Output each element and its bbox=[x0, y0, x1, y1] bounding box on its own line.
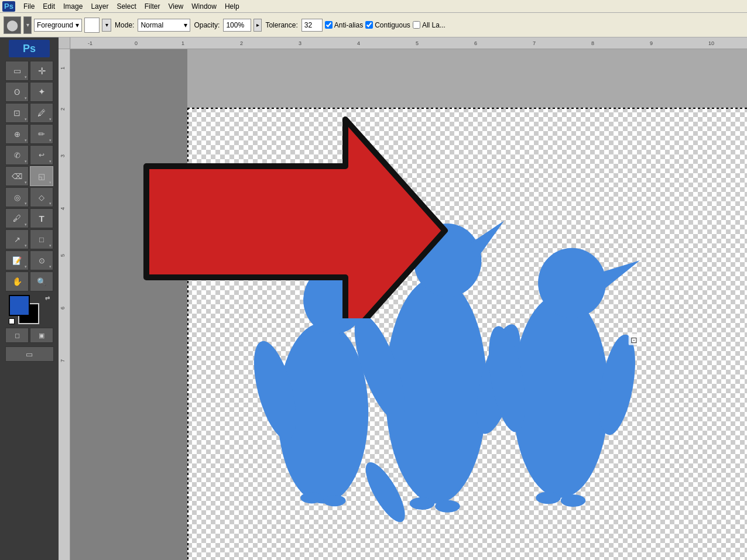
tool-row-6: ⌫ ▾ ◱ ▾ bbox=[5, 166, 53, 186]
heal-corner: ▾ bbox=[25, 138, 27, 143]
quick-mask-btn[interactable]: ▣ bbox=[30, 328, 53, 343]
menu-file[interactable]: File bbox=[20, 1, 38, 12]
quick-mask-row: ◻ ▣ bbox=[5, 328, 53, 343]
swap-colors-btn[interactable]: ⇄ bbox=[45, 295, 50, 301]
penguins-svg: ⊡ bbox=[187, 108, 747, 560]
lasso-tool-btn[interactable]: ʘ ▾ bbox=[5, 82, 29, 102]
notes-tool-btn[interactable]: 📝 ▾ bbox=[5, 250, 29, 270]
tolerance-label: Tolerance: bbox=[265, 21, 297, 29]
contiguous-group: Contiguous bbox=[365, 21, 410, 29]
lasso-icon: ʘ bbox=[14, 88, 20, 97]
ruler-vert-3: 3 bbox=[60, 154, 66, 157]
dodge-tool-btn[interactable]: ◇ ▾ bbox=[30, 187, 53, 207]
ruler-num-1: 1 bbox=[181, 40, 184, 46]
svg-text:⊡: ⊡ bbox=[631, 336, 638, 345]
magic-wand-btn[interactable]: ✦ bbox=[30, 82, 53, 102]
canvas-document[interactable]: ⊡ bbox=[187, 108, 747, 560]
gradient-tool-btn[interactable]: ◱ ▾ bbox=[30, 166, 53, 186]
shape-tool-btn[interactable]: □ ▾ bbox=[30, 229, 53, 249]
opacity-arrow[interactable]: ▸ bbox=[253, 19, 262, 32]
canvas-area: /* ruler ticks drawn inline */ -1 0 1 2 … bbox=[59, 37, 747, 560]
all-layers-checkbox[interactable] bbox=[413, 21, 420, 29]
menu-view[interactable]: View bbox=[165, 1, 187, 12]
ruler-vert-2: 2 bbox=[60, 108, 66, 111]
fill-dropdown[interactable]: Foreground ▾ bbox=[34, 19, 82, 32]
default-colors-btn[interactable] bbox=[9, 318, 15, 324]
brush-tool-btn[interactable]: ✏ ▾ bbox=[30, 124, 53, 144]
screen-mode-btn[interactable]: ▭ bbox=[5, 346, 54, 362]
shape-icon: □ bbox=[39, 235, 44, 244]
magic-wand-icon: ✦ bbox=[38, 87, 46, 97]
canvas-left-gray bbox=[70, 49, 187, 560]
mode-label: Mode: bbox=[115, 21, 134, 29]
active-tool-icon: ⬤ bbox=[4, 16, 21, 34]
pen-tool-btn[interactable]: 🖋 ▾ bbox=[5, 208, 29, 228]
eraser-corner: ▾ bbox=[25, 180, 27, 185]
swatch-dropdown-arrow[interactable]: ▾ bbox=[102, 19, 111, 32]
ruler-num-6: 6 bbox=[474, 40, 477, 46]
eyedropper-corner: ▾ bbox=[49, 117, 52, 122]
heal-icon: ⊕ bbox=[14, 130, 20, 139]
svg-point-13 bbox=[435, 500, 460, 513]
eyedropper2-corner: ▾ bbox=[49, 264, 52, 269]
eraser-tool-btn[interactable]: ⌫ ▾ bbox=[5, 166, 29, 186]
menu-help[interactable]: Help bbox=[221, 1, 243, 12]
menu-filter[interactable]: Filter bbox=[141, 1, 164, 12]
svg-point-20 bbox=[536, 492, 561, 504]
mode-dropdown[interactable]: Normal ▾ bbox=[138, 19, 190, 32]
brush-icon: ✏ bbox=[38, 129, 45, 139]
history-brush-btn[interactable]: ↩ ▾ bbox=[30, 145, 53, 165]
stamp-corner: ▾ bbox=[25, 159, 27, 164]
ruler-num-0: 0 bbox=[135, 40, 138, 46]
move-tool-btn[interactable]: ✛ bbox=[30, 61, 53, 81]
screen-mode-icon: ▭ bbox=[26, 350, 33, 359]
blur-tool-btn[interactable]: ◎ ▾ bbox=[5, 187, 29, 207]
ruler-num-10: 10 bbox=[708, 40, 714, 46]
menu-edit[interactable]: Edit bbox=[39, 1, 59, 12]
crop-icon: ⊡ bbox=[13, 108, 20, 118]
color-swatch-picker[interactable] bbox=[84, 18, 100, 33]
svg-point-15 bbox=[513, 294, 609, 498]
fill-label: Foreground bbox=[37, 21, 73, 29]
crop-corner: ▾ bbox=[25, 117, 27, 122]
normal-mode-btn[interactable]: ◻ bbox=[5, 328, 29, 343]
contiguous-checkbox[interactable] bbox=[365, 21, 373, 29]
menu-layer[interactable]: Layer bbox=[87, 1, 112, 12]
lasso-corner: ▾ bbox=[25, 96, 27, 101]
ruler-left: 1 2 3 4 5 6 7 bbox=[59, 49, 70, 560]
canvas-content: ⊡ bbox=[70, 49, 747, 560]
anti-alias-checkbox[interactable] bbox=[325, 21, 333, 29]
gradient-corner: ▾ bbox=[49, 180, 52, 185]
svg-marker-17 bbox=[603, 260, 640, 288]
eyedropper-btn[interactable]: 🖉 ▾ bbox=[30, 103, 53, 123]
hand-tool-btn[interactable]: ✋ bbox=[5, 272, 29, 291]
screen-mode-row: ▭ bbox=[5, 346, 54, 362]
eyedropper2-btn[interactable]: ⊙ ▾ bbox=[30, 250, 53, 270]
menu-select[interactable]: Select bbox=[113, 1, 139, 12]
path-select-btn[interactable]: ↗ ▾ bbox=[5, 229, 29, 249]
ruler-vert-1: 1 bbox=[60, 67, 66, 70]
zoom-icon: 🔍 bbox=[37, 277, 46, 286]
marquee-icon: ▭ bbox=[13, 66, 21, 75]
tolerance-input[interactable] bbox=[301, 19, 323, 32]
ruler-num-2: 2 bbox=[240, 40, 243, 46]
selection-top-border bbox=[187, 108, 747, 109]
opacity-input[interactable] bbox=[223, 19, 251, 32]
gradient-icon: ◱ bbox=[38, 172, 45, 181]
eraser-icon: ⌫ bbox=[12, 172, 22, 181]
marquee-tool-btn[interactable]: ▭ ▾ bbox=[5, 61, 29, 81]
tool-options-arrow[interactable]: ▾ bbox=[23, 16, 32, 34]
eyedropper2-icon: ⊙ bbox=[39, 256, 45, 265]
foreground-color-swatch[interactable] bbox=[9, 295, 30, 316]
stamp-tool-btn[interactable]: ✆ ▾ bbox=[5, 145, 29, 165]
menu-image[interactable]: Image bbox=[60, 1, 86, 12]
fill-dropdown-arrow: ▾ bbox=[76, 21, 79, 29]
heal-tool-btn[interactable]: ⊕ ▾ bbox=[5, 124, 29, 144]
notes-corner: ▾ bbox=[25, 264, 27, 269]
history-brush-icon: ↩ bbox=[39, 151, 44, 159]
menu-window[interactable]: Window bbox=[188, 1, 220, 12]
svg-marker-9 bbox=[470, 221, 504, 260]
crop-tool-btn[interactable]: ⊡ ▾ bbox=[5, 103, 29, 123]
zoom-tool-btn[interactable]: 🔍 bbox=[30, 272, 53, 291]
type-tool-btn[interactable]: T bbox=[30, 208, 53, 228]
